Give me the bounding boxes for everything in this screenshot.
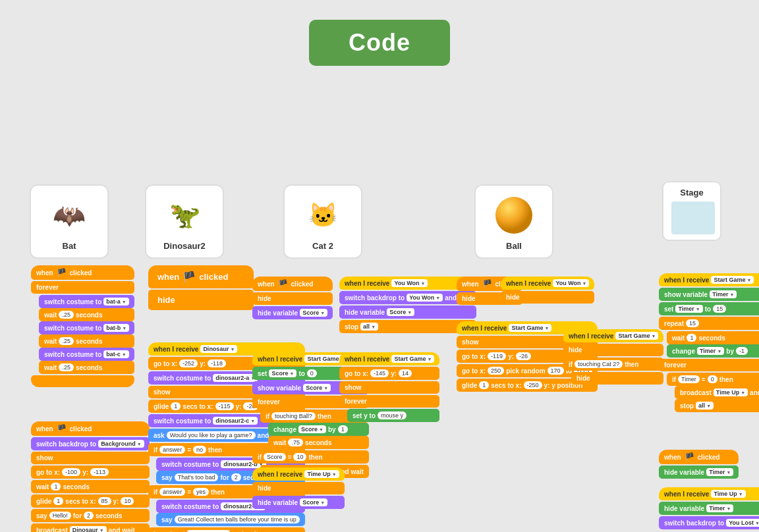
page-title: Code — [309, 20, 450, 66]
bat-goto[interactable]: go to x: -100 y: -113 — [31, 466, 150, 479]
cat-show-2[interactable]: show — [339, 381, 439, 394]
bat-forever-inner: switch costume to bat-a wait .25 seconds… — [39, 295, 134, 374]
bat-broadcast[interactable]: broadcast Dinosaur and wait — [31, 523, 150, 532]
ball-hide-youwon[interactable]: hide — [501, 291, 594, 304]
dino-say-great[interactable]: say Great! Collect ten balls before your… — [156, 513, 305, 526]
bat-label: Bat — [63, 241, 76, 251]
dino-broadcast-start[interactable]: broadcast Start Game and wait — [148, 527, 305, 532]
cat-goto-145[interactable]: go to x: -145 y: 14 — [339, 367, 439, 380]
bat-glide[interactable]: glide 1 secs to x: 85 y: 10 — [31, 494, 150, 508]
cat-receive-timeup[interactable]: when I receive Time Up — [252, 467, 345, 481]
cat-hide-score-2[interactable]: hide variable Score — [252, 496, 345, 509]
cat-block-group-right: when I receive Start Game go to x: -145 … — [339, 352, 439, 422]
dinosaur2-image: 🦖 — [158, 192, 211, 238]
cat-stop-all-1[interactable]: stop all — [339, 320, 476, 333]
ball-receive-start2[interactable]: when I receive Start Game — [563, 329, 663, 342]
timer-hide-var-2[interactable]: hide variable Timer — [659, 502, 759, 515]
sprite-ball[interactable]: Ball — [474, 184, 553, 259]
bat-switch-costume-3[interactable]: switch costume to bat-c — [39, 348, 134, 361]
timer-stop-all[interactable]: stop all — [675, 399, 759, 412]
timer-receive-timeup[interactable]: when I receive Time Up — [659, 487, 759, 500]
cat-receive-youwon[interactable]: when I receive You Won — [339, 277, 476, 290]
header: Code — [0, 0, 759, 79]
cat-receive-start2[interactable]: when I receive Start Game — [339, 352, 439, 365]
timer-change-minus1[interactable]: change Timer by -1 — [667, 344, 759, 358]
bat-wait-2[interactable]: wait .25 seconds — [39, 334, 134, 348]
bat-block-group-1: when 🏴 clicked forever switch costume to… — [31, 265, 134, 387]
bat-say[interactable]: say Hello! for 2 seconds — [31, 509, 150, 522]
ball-if-cat[interactable]: if touching Cat 2? then — [563, 358, 663, 371]
dino-hat-clicked[interactable]: when 🏴 clicked — [148, 265, 254, 288]
cat-block-group-3: when I receive Time Up hide hide variabl… — [252, 467, 345, 509]
svg-point-0 — [495, 197, 532, 234]
ball-block-group-3: when I receive Start Game hide if touchi… — [563, 329, 663, 385]
cat-forever-2[interactable]: forever — [339, 395, 439, 408]
cat-wait-75[interactable]: wait .75 seconds — [268, 436, 369, 449]
cat2-image: 🐱 — [296, 192, 349, 238]
dino-hide-main[interactable]: hide — [148, 290, 254, 310]
dinosaur2-label: Dinosaur2 — [163, 241, 206, 251]
timer-block-group-2: when 🏴 clicked hide variable Timer — [659, 450, 739, 479]
cat-change-score[interactable]: change Score by 1 — [268, 423, 369, 436]
timer-receive-start[interactable]: when I receive Start Game — [659, 273, 759, 286]
bat-when-flag-1[interactable]: when 🏴 clicked — [31, 265, 134, 280]
timer-block-group-3: when I receive Time Up hide variable Tim… — [659, 487, 759, 529]
stage-label: Stage — [671, 188, 712, 198]
cat-when-flag[interactable]: when 🏴 clicked — [252, 277, 333, 291]
bat-wait-4[interactable]: wait 1 seconds — [31, 480, 150, 493]
bat-image: 🦇 — [43, 192, 96, 238]
cat-hide-2[interactable]: hide — [252, 482, 345, 494]
timer-if-zero[interactable]: if Timer = 0 then — [667, 373, 759, 386]
timer-hide-var[interactable]: hide variable Timer — [659, 466, 739, 479]
bat-switch-costume-1[interactable]: switch costume to bat-a — [39, 295, 134, 308]
cat2-label: Cat 2 — [312, 241, 333, 251]
ball-image — [488, 192, 540, 238]
cat-set-y[interactable]: set y to mouse y — [347, 409, 439, 422]
bat-when-flag-2[interactable]: when 🏴 clicked — [31, 421, 150, 436]
timer-repeat-15[interactable]: repeat 15 — [659, 317, 759, 330]
cat-you-won-group: when I receive You Won switch backdrop t… — [339, 277, 476, 333]
timer-set-15[interactable]: set Timer to 15 — [659, 302, 759, 315]
ball-receive-youwon-hat[interactable]: when I receive You Won — [501, 277, 594, 290]
bat-switch-costume-2[interactable]: switch costume to bat-b — [39, 321, 134, 334]
timer-forever[interactable]: forever — [659, 359, 759, 371]
bat-block-group-2: when 🏴 clicked switch backdrop to Backgr… — [31, 421, 150, 532]
cat-hide-var-score[interactable]: hide variable Score — [252, 306, 333, 319]
bat-forever-end — [31, 375, 134, 387]
bat-show[interactable]: show — [31, 452, 150, 464]
sprite-cat2[interactable]: 🐱 Cat 2 — [283, 184, 362, 259]
cat-switch-backdrop-youwon[interactable]: switch backdrop to You Won and wait — [339, 291, 476, 304]
timer-show-var[interactable]: show variable Timer — [659, 288, 759, 301]
cat-hide-var-score3[interactable]: hide variable Score — [339, 306, 476, 319]
sprite-bat[interactable]: 🦇 Bat — [30, 184, 109, 259]
bat-wait-1[interactable]: wait .25 seconds — [39, 308, 134, 321]
sprite-dinosaur2[interactable]: 🦖 Dinosaur2 — [145, 184, 224, 259]
ball-hide-2[interactable]: hide — [563, 344, 663, 356]
cat-hide[interactable]: hide — [252, 292, 333, 305]
timer-when-flag[interactable]: when 🏴 clicked — [659, 450, 739, 464]
cat-block-group-1: when 🏴 clicked hide hide variable Score — [252, 277, 333, 319]
dino-when-clicked: when 🏴 clicked hide — [148, 265, 254, 310]
ball-receive-youwon: when I receive You Won hide — [501, 277, 594, 304]
bat-wait-3[interactable]: wait .25 seconds — [39, 361, 134, 374]
ball-hide-3[interactable]: hide — [571, 372, 663, 385]
timer-broadcast-timeup[interactable]: broadcast Time Up and wait — [675, 386, 759, 399]
bat-forever-1[interactable]: forever — [31, 281, 134, 294]
stage-card[interactable]: Stage — [662, 181, 721, 241]
timer-block-group-1: when I receive Start Game show variable … — [659, 273, 759, 412]
timer-wait-1[interactable]: wait 1 seconds — [667, 331, 759, 344]
ball-label: Ball — [506, 241, 522, 251]
stage-preview — [671, 201, 715, 234]
bat-switch-backdrop[interactable]: switch backdrop to Background — [31, 437, 150, 450]
canvas: 🦇 Bat 🦖 Dinosaur2 🐱 Cat 2 Ball — [0, 79, 759, 527]
cat-if-score-10[interactable]: if Score = 10 then — [252, 450, 369, 464]
timer-switch-backdrop-lost[interactable]: switch backdrop to You Lost and wait — [659, 516, 759, 529]
